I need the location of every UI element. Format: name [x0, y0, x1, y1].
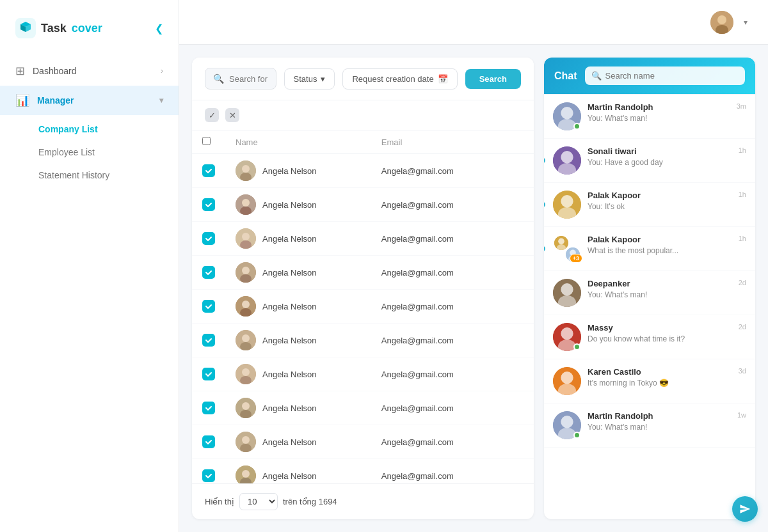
row-name: Angela Nelson [262, 370, 317, 379]
search-email-wrapper: 🔍 [205, 68, 276, 90]
row-checkbox[interactable] [202, 402, 215, 414]
status-filter-button[interactable]: Status ▾ [284, 68, 335, 90]
chat-preview: You: What's man! [588, 290, 732, 299]
chat-title: Chat [554, 70, 577, 82]
logo-cover: cover [72, 22, 102, 35]
row-checkbox[interactable] [202, 198, 215, 211]
chat-list-item[interactable]: Martin Randolph You: What's man! 3m [544, 95, 755, 139]
chat-list: Martin Randolph You: What's man! 3m Sona… [544, 95, 755, 519]
calendar-icon: 📅 [438, 74, 448, 84]
sidebar-item-dashboard[interactable]: ⊞ Dashboard › [0, 56, 179, 86]
logo: Taskcover [15, 18, 102, 38]
row-checkbox-cell [192, 425, 225, 459]
deselect-all-button[interactable]: ✕ [225, 108, 239, 122]
date-filter-button[interactable]: Request creation date 📅 [342, 68, 457, 90]
avatar-image [236, 228, 256, 249]
row-checkbox-cell [192, 188, 225, 222]
row-checkbox-cell [192, 154, 225, 188]
table-section: 🔍 Status ▾ Request creation date 📅 Searc… [192, 58, 534, 519]
chat-list-item[interactable]: Palak Kapoor You: It's ok 1h [544, 183, 755, 227]
svg-point-35 [561, 107, 573, 119]
row-checkbox[interactable] [202, 266, 215, 279]
svg-point-5 [242, 165, 250, 173]
svg-point-20 [242, 334, 250, 342]
group-plus-badge: +3 [570, 254, 582, 263]
chevron-right-icon: › [161, 66, 163, 75]
avatar[interactable] [710, 11, 733, 34]
row-checkbox[interactable] [202, 469, 215, 482]
chat-contact-name: Massy [588, 323, 732, 332]
chat-preview: It's morning in Tokyo 😎 [588, 379, 732, 387]
row-email: Angela@gmail.com [381, 403, 454, 413]
chat-avatar-wrapper [553, 102, 581, 130]
chat-info: Karen Castilo It's morning in Tokyo 😎 [588, 367, 732, 387]
select-all-button[interactable]: ✓ [205, 108, 219, 122]
sidebar-item-company-list[interactable]: Company List [0, 118, 179, 141]
row-checkbox[interactable] [202, 232, 215, 245]
row-avatar [236, 262, 256, 283]
collapse-sidebar-button[interactable]: ❮ [155, 22, 163, 35]
topbar-chevron-icon[interactable]: ▾ [744, 18, 748, 27]
chat-avatar-wrapper [553, 323, 581, 351]
online-indicator [573, 432, 580, 439]
row-email-cell: Angela@gmail.com [371, 290, 504, 324]
row-avatar [236, 398, 256, 418]
row-email-cell: Angela@gmail.com [371, 222, 504, 256]
chat-info: Martin Randolph You: What's man! [588, 411, 731, 432]
row-avatar [236, 465, 256, 483]
row-email-cell: Angela@gmail.com [371, 391, 504, 425]
row-action-cell [504, 391, 534, 425]
row-name: Angela Nelson [262, 200, 317, 210]
sidebar-item-statement-history[interactable]: Statement History [0, 164, 179, 187]
sidebar-item-employee-list[interactable]: Employee List [0, 141, 179, 164]
svg-point-26 [242, 402, 250, 410]
chat-list-item[interactable]: Karen Castilo It's morning in Tokyo 😎 3d [544, 359, 755, 403]
avatar-image [236, 160, 256, 181]
total-label: trên tổng 1694 [283, 497, 337, 506]
chat-section: Chat 🔍 Martin Randolph You: What's man! [544, 58, 755, 519]
chat-list-item[interactable]: Deepanker You: What's man! 2d [544, 271, 755, 315]
svg-point-23 [242, 368, 250, 376]
svg-point-2 [717, 15, 726, 24]
search-button[interactable]: Search [465, 69, 521, 89]
send-message-button[interactable] [732, 496, 755, 519]
avatar-image [236, 296, 256, 317]
user-avatar-image [710, 11, 733, 34]
chat-contact-name: Martin Randolph [588, 102, 730, 112]
table-row: Angela Nelson Angela@gmail.com [192, 154, 534, 188]
row-email: Angela@gmail.com [381, 302, 454, 311]
svg-point-38 [561, 151, 573, 163]
chat-preview: You: What's man! [588, 423, 731, 432]
row-checkbox[interactable] [202, 300, 215, 313]
data-table: Name Email [192, 130, 534, 483]
chat-list-item[interactable]: Sonali tiwari You: Have a good day 1h [544, 139, 755, 183]
search-email-input[interactable] [229, 74, 268, 84]
svg-point-44 [558, 239, 564, 245]
chat-list-item[interactable]: Massy Do you know what time is it? 2d [544, 315, 755, 359]
sidebar-item-manager[interactable]: 📊 Manager ▾ [0, 86, 179, 115]
chat-list-item[interactable]: Martin Randolph You: What's man! 1w [544, 403, 755, 448]
svg-point-56 [561, 372, 573, 384]
chat-list-item[interactable]: +3 Palak Kapoor What is the most popular… [544, 227, 755, 271]
row-checkbox[interactable] [202, 435, 215, 448]
svg-point-59 [561, 416, 573, 428]
page-size-select[interactable]: 102550100 [239, 493, 278, 510]
chat-search-wrapper: 🔍 [585, 66, 745, 85]
table-row: Angela Nelson Angela@gmail.com [192, 459, 534, 484]
row-avatar [236, 432, 256, 452]
avatar-image [236, 364, 256, 384]
row-name-cell: Angela Nelson [225, 391, 371, 425]
chat-time: 1h [739, 191, 746, 198]
table-row: Angela Nelson Angela@gmail.com [192, 324, 534, 357]
row-checkbox[interactable] [202, 368, 215, 380]
chat-preview: You: Have a good day [588, 158, 732, 167]
chat-search-input[interactable] [605, 71, 739, 81]
chat-info: Deepanker You: What's man! [588, 279, 732, 299]
row-checkbox[interactable] [202, 334, 215, 347]
row-name: Angela Nelson [262, 437, 317, 447]
header-checkbox[interactable] [202, 137, 211, 145]
chat-avatar-wrapper [553, 146, 581, 175]
row-email-cell: Angela@gmail.com [371, 256, 504, 290]
row-checkbox[interactable] [202, 164, 215, 177]
row-email: Angela@gmail.com [381, 437, 454, 447]
